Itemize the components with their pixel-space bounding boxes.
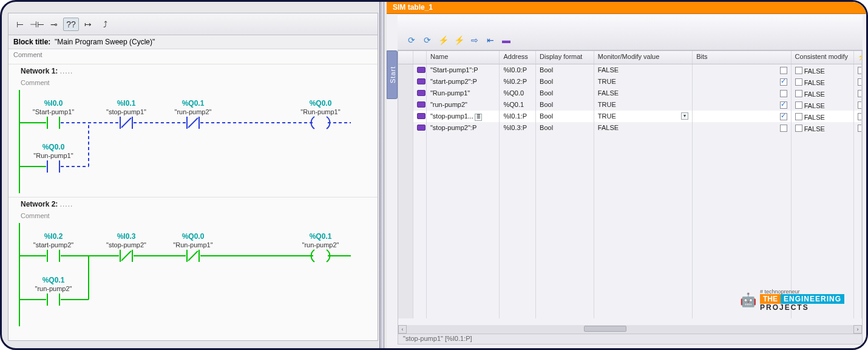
cell-consistent-modify[interactable]: FALSE: [792, 76, 854, 88]
cell-monitor-value[interactable]: TRUE: [594, 76, 693, 88]
cell-format[interactable]: Bool: [536, 122, 594, 134]
cell-monitor-value[interactable]: FALSE: [594, 88, 693, 99]
table-row[interactable]: "Run-pump1"%Q0.0BoolFALSE FALSE: [398, 88, 862, 99]
ladder-area[interactable]: %I0.0"Start-pump1"%I0.1"stop-pump1"%Q0.1…: [8, 90, 378, 193]
cell-format[interactable]: Bool: [536, 64, 594, 76]
hdr-bits[interactable]: Bits: [693, 51, 791, 64]
table-row-empty[interactable]: [398, 261, 862, 272]
consistent-checkbox[interactable]: [795, 78, 802, 86]
pane-splitter[interactable]: [379, 2, 384, 348]
hdr-consistent-modify[interactable]: Consistent modify: [792, 51, 854, 64]
network-comment[interactable]: Comment: [8, 78, 378, 90]
cell-name[interactable]: "run-pump2": [427, 99, 500, 111]
bit-checkbox[interactable]: [780, 78, 787, 86]
cell-name[interactable]: "stop-pump1...≣: [427, 111, 500, 122]
cell-end[interactable]: [854, 111, 862, 122]
cell-name[interactable]: "Run-pump1": [427, 88, 500, 99]
cell-address[interactable]: %Q0.0: [500, 88, 536, 99]
table-row[interactable]: "start-pump2":P%I0.2:PBoolTRUE FALSE: [398, 76, 862, 88]
cell-address[interactable]: %I0.2:P: [500, 76, 536, 88]
table-row-empty[interactable]: [398, 249, 862, 261]
refresh-icon[interactable]: ⟳: [405, 34, 418, 46]
bit-checkbox[interactable]: [780, 90, 787, 97]
block-title-value[interactable]: "Main Program Sweep (Cycle)": [55, 38, 155, 46]
cell-bits[interactable]: [693, 76, 791, 88]
cell-bits[interactable]: [693, 88, 791, 99]
toolbar-question-box-icon[interactable]: ??: [63, 18, 79, 31]
cell-bits[interactable]: [693, 64, 791, 76]
cell-end[interactable]: [854, 99, 862, 111]
table-row-empty[interactable]: [398, 214, 862, 226]
tag-icon[interactable]: ▬: [500, 34, 513, 46]
cell-end[interactable]: [854, 76, 862, 88]
table-row-empty[interactable]: [398, 145, 862, 157]
table-row-empty[interactable]: [398, 168, 862, 180]
cell-monitor-value[interactable]: ▾TRUE: [594, 111, 693, 122]
name-details-button[interactable]: ≣: [475, 114, 482, 121]
chevron-down-icon[interactable]: ▾: [681, 112, 688, 120]
end-checkbox[interactable]: [858, 125, 862, 132]
network-header[interactable]: Network 2: .....: [8, 197, 378, 211]
end-checkbox[interactable]: [858, 78, 862, 86]
table-row-empty[interactable]: [398, 180, 862, 191]
cell-bits[interactable]: [693, 122, 791, 134]
table-row[interactable]: "stop-pump2":P%I0.3:PBoolFALSE FALSE: [398, 122, 862, 134]
table-row-empty[interactable]: [398, 238, 862, 249]
horizontal-scrollbar[interactable]: ‹ ›: [398, 325, 863, 334]
cell-end[interactable]: [854, 64, 862, 76]
cell-address[interactable]: %I0.1:P: [500, 111, 536, 122]
table-row-empty[interactable]: [398, 226, 862, 238]
hdr-tag[interactable]: [413, 51, 427, 64]
start-tab[interactable]: Start: [387, 50, 398, 99]
cell-address[interactable]: %I0.0:P: [500, 64, 536, 76]
cell-name[interactable]: "Start-pump1":P: [427, 64, 500, 76]
flash-icon[interactable]: ⚡: [436, 34, 450, 46]
consistent-checkbox[interactable]: [795, 113, 802, 120]
hdr-monitor-modify[interactable]: Monitor/Modify value: [594, 51, 693, 64]
cell-consistent-modify[interactable]: FALSE: [792, 88, 854, 99]
network-comment[interactable]: Comment: [8, 211, 378, 223]
flash-all-icon[interactable]: ⚡: [452, 34, 466, 46]
cell-format[interactable]: Bool: [536, 88, 594, 99]
cell-bits[interactable]: [693, 99, 791, 111]
table-row-empty[interactable]: [398, 191, 862, 203]
scroll-right-arrow-icon[interactable]: ›: [853, 325, 862, 334]
cell-end[interactable]: [854, 122, 862, 134]
table-row[interactable]: "Start-pump1":P%I0.0:PBoolFALSE FALSE: [398, 64, 862, 76]
cell-consistent-modify[interactable]: FALSE: [792, 64, 854, 76]
end-checkbox[interactable]: [858, 113, 862, 120]
end-checkbox[interactable]: [858, 90, 862, 97]
refresh-all-icon[interactable]: ⟳: [421, 34, 434, 46]
scroll-thumb[interactable]: [584, 326, 626, 332]
table-row[interactable]: "run-pump2"%Q0.1BoolTRUE FALSE: [398, 99, 862, 111]
cell-address[interactable]: %Q0.1: [500, 99, 536, 111]
cell-format[interactable]: Bool: [536, 111, 594, 122]
bit-checkbox[interactable]: [780, 67, 787, 74]
end-checkbox[interactable]: [858, 101, 862, 109]
consistent-checkbox[interactable]: [795, 90, 802, 97]
hdr-address[interactable]: Address: [500, 51, 536, 64]
cell-bits[interactable]: [693, 111, 791, 122]
bit-checkbox[interactable]: [780, 125, 787, 132]
cell-end[interactable]: [854, 88, 862, 99]
table-row-empty[interactable]: [398, 157, 862, 168]
table-row-empty[interactable]: [398, 272, 862, 284]
cell-monitor-value[interactable]: FALSE: [594, 122, 693, 134]
export-icon[interactable]: ⇨: [468, 34, 481, 46]
toolbar-open-contact-icon[interactable]: ⊢: [12, 18, 28, 31]
table-row-empty[interactable]: [398, 134, 862, 145]
import-icon[interactable]: ⇤: [484, 34, 497, 46]
cell-monitor-value[interactable]: FALSE: [594, 64, 693, 76]
block-comment-row[interactable]: Comment: [8, 49, 378, 60]
hdr-end[interactable]: ⚡: [854, 51, 862, 64]
consistent-checkbox[interactable]: [795, 101, 802, 109]
bit-checkbox[interactable]: [780, 101, 787, 109]
cell-consistent-modify[interactable]: FALSE: [792, 111, 854, 122]
toolbar-closed-contact-icon[interactable]: ⊣⊢: [29, 18, 45, 31]
consistent-checkbox[interactable]: [795, 125, 802, 132]
table-row[interactable]: "stop-pump1...≣%I0.1:PBool▾TRUE FALSE: [398, 111, 862, 122]
cell-consistent-modify[interactable]: FALSE: [792, 122, 854, 134]
hdr-name[interactable]: Name: [427, 51, 500, 64]
toolbar-arrow-right-icon[interactable]: ↦: [80, 18, 96, 31]
ladder-area[interactable]: %I0.2"start-pump2"%I0.3"stop-pump2"%Q0.0…: [8, 223, 378, 326]
